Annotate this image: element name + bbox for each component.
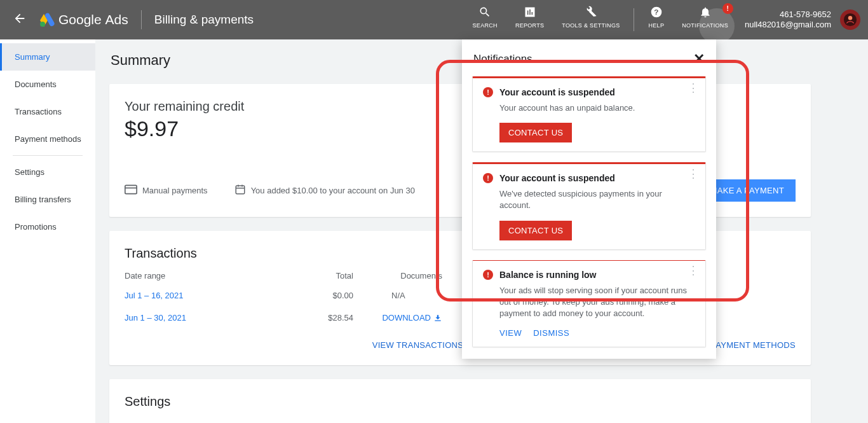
notification-title: Your account is suspended xyxy=(499,173,615,183)
notification-body: Your ads will stop serving soon if your … xyxy=(499,285,695,320)
product-logo[interactable]: Google Ads xyxy=(39,12,128,27)
divider xyxy=(13,155,83,156)
notification-title: Balance is running low xyxy=(499,270,596,280)
notification-badge: ! xyxy=(722,3,733,14)
search-tool[interactable]: SEARCH xyxy=(464,6,506,38)
sidebar-item-promotions[interactable]: Promotions xyxy=(0,213,95,240)
section-title: Billing & payments xyxy=(154,13,254,27)
divider xyxy=(141,10,142,29)
divider xyxy=(634,8,634,31)
view-transactions-button[interactable]: VIEW TRANSACTIONS xyxy=(372,340,464,350)
reports-tool[interactable]: REPORTS xyxy=(506,6,553,38)
sidebar: Summary Documents Transactions Payment m… xyxy=(0,39,95,423)
alert-icon: ! xyxy=(483,87,493,97)
back-arrow-icon[interactable] xyxy=(13,11,27,28)
download-link[interactable]: DOWNLOAD xyxy=(382,313,442,322)
notifications-list: ⋮ ! Your account is suspended Your accou… xyxy=(462,76,716,359)
sidebar-item-documents[interactable]: Documents xyxy=(0,71,95,98)
ads-logo-icon xyxy=(39,12,55,27)
account-info: 461-578-9652 null482016@gmail.com xyxy=(745,10,831,29)
download-icon xyxy=(433,314,442,322)
tools-settings-tool[interactable]: TOOLS & SETTINGS xyxy=(553,6,628,38)
alert-icon: ! xyxy=(483,270,493,280)
row-docs: N/A xyxy=(366,291,442,300)
svg-point-4 xyxy=(848,16,852,20)
notifications-tool[interactable]: ! NOTIFICATIONS xyxy=(673,6,737,38)
col-date-range: Date range xyxy=(125,271,302,281)
col-documents: Documents xyxy=(366,271,442,281)
calendar-icon xyxy=(234,184,246,197)
notifications-heading: Notifications xyxy=(473,53,532,66)
account-section[interactable]: 461-578-9652 null482016@gmail.com xyxy=(745,10,860,30)
notification-body: We've detected suspicious payments in yo… xyxy=(499,188,695,211)
contact-us-button[interactable]: CONTACT US xyxy=(499,123,572,142)
close-icon[interactable]: ✕ xyxy=(693,51,705,67)
col-total: Total xyxy=(302,271,353,281)
sidebar-item-billing-transfers[interactable]: Billing transfers xyxy=(0,186,95,213)
view-button[interactable]: VIEW xyxy=(499,328,522,338)
svg-text:?: ? xyxy=(654,8,658,16)
kebab-icon[interactable]: ⋮ xyxy=(688,86,699,90)
help-tool[interactable]: ? HELP xyxy=(639,6,673,38)
svg-point-0 xyxy=(40,22,45,27)
settings-card: Settings xyxy=(109,379,811,423)
topbar: Google Ads Billing & payments SEARCH REP… xyxy=(0,0,868,39)
sidebar-item-summary[interactable]: Summary xyxy=(0,43,95,71)
sidebar-item-payment-methods[interactable]: Payment methods xyxy=(0,125,95,153)
svg-rect-5 xyxy=(125,185,137,193)
account-id: 461-578-9652 xyxy=(745,10,831,20)
payment-methods-button[interactable]: PAYMENT METHODS xyxy=(710,340,796,350)
notifications-panel: Notifications ✕ ⋮ ! Your account is susp… xyxy=(462,39,716,359)
sidebar-item-transactions[interactable]: Transactions xyxy=(0,98,95,125)
product-name: Google Ads xyxy=(58,12,128,27)
card-icon xyxy=(125,184,137,197)
avatar[interactable] xyxy=(840,10,860,30)
contact-us-button[interactable]: CONTACT US xyxy=(499,221,572,240)
sidebar-item-settings[interactable]: Settings xyxy=(0,158,95,186)
topbar-tools: SEARCH REPORTS TOOLS & SETTINGS ? HELP !… xyxy=(464,2,737,38)
last-activity: You added $10.00 to your account on Jun … xyxy=(251,186,415,195)
kebab-icon[interactable]: ⋮ xyxy=(688,172,699,176)
kebab-icon[interactable]: ⋮ xyxy=(688,268,699,273)
notification-body: Your account has an unpaid balance. xyxy=(499,102,695,114)
svg-rect-7 xyxy=(236,186,245,194)
notification-card: ⋮ ! Your account is suspended We've dete… xyxy=(472,162,706,249)
content: Summary Documents Transactions Payment m… xyxy=(0,39,868,423)
row-total: $0.00 xyxy=(302,291,353,300)
dismiss-button[interactable]: DISMISS xyxy=(533,328,569,338)
date-range-link[interactable]: Jun 1 – 30, 2021 xyxy=(125,313,186,322)
date-range-link[interactable]: Jul 1 – 16, 2021 xyxy=(125,291,184,300)
payment-method: Manual payments xyxy=(142,186,208,195)
notification-card: ⋮ ! Your account is suspended Your accou… xyxy=(472,76,706,152)
alert-icon: ! xyxy=(483,173,493,183)
account-email: null482016@gmail.com xyxy=(745,20,831,30)
notification-title: Your account is suspended xyxy=(499,87,615,97)
notification-card: ⋮ ! Balance is running low Your ads will… xyxy=(472,260,706,348)
row-total: $28.54 xyxy=(302,313,353,322)
settings-title: Settings xyxy=(125,394,796,409)
